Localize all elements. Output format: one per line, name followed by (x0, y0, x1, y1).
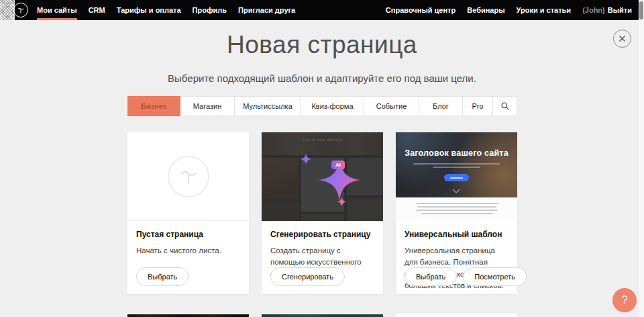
close-button[interactable] (613, 30, 631, 48)
user-name: (John) (582, 6, 605, 14)
corner-texture (0, 0, 15, 20)
template-thumbnail (396, 314, 517, 317)
nav-my-sites[interactable]: Мои сайты (37, 0, 77, 20)
nav-lessons[interactable]: Уроки и статьи (517, 0, 572, 20)
nav-tariffs[interactable]: Тарифы и оплата (117, 0, 181, 20)
text-placeholder-line (433, 167, 480, 168)
small-sparkle-icon (300, 153, 312, 165)
template-card-partial[interactable] (262, 314, 383, 317)
card-actions: Сгенерировать (270, 267, 345, 286)
top-header: Мои сайты CRM Тарифы и оплата Профиль Пр… (0, 0, 644, 20)
card-title: Сгенерировать страницу (270, 230, 374, 239)
template-cta-button (444, 174, 469, 181)
template-text-block (396, 197, 517, 221)
ai-badge: AI (331, 161, 345, 169)
tab-business[interactable]: Бизнес (127, 96, 180, 116)
text-placeholder-line (413, 163, 500, 165)
logout-link[interactable]: Выйти (608, 6, 632, 14)
template-card-ai[interactable]: Title of Your Website AI Сгенерировать с… (262, 132, 383, 294)
template-hero-heading: Заголовок вашего сайта (396, 148, 517, 158)
user-block: (John) Выйти (582, 0, 632, 20)
nav-invite-friend[interactable]: Пригласи друга (238, 0, 295, 20)
card-title: Универсальный шаблон (405, 230, 508, 239)
template-card-partial[interactable] (396, 314, 517, 317)
template-hero: Заголовок вашего сайта (396, 132, 517, 197)
template-card-partial[interactable] (127, 314, 249, 317)
choose-universal-button[interactable]: Выбрать (405, 267, 457, 286)
card-actions: Выбрать (136, 267, 189, 286)
tab-event[interactable]: Событие (364, 96, 419, 116)
small-sparkle-icon (337, 197, 347, 207)
card-title: Пустая страница (136, 230, 240, 239)
preview-universal-button[interactable]: Посмотреть (463, 267, 527, 286)
page-scrollbar[interactable] (639, 0, 644, 317)
tab-multilink[interactable]: Мультиссылка (235, 96, 301, 116)
scrollbar-thumb[interactable] (639, 1, 643, 19)
search-icon (500, 101, 510, 111)
help-button[interactable]: ? (612, 288, 637, 312)
template-card-blank[interactable]: Пустая страница Начать с чистого листа. … (127, 132, 249, 294)
main-nav: Мои сайты CRM Тарифы и оплата Профиль Пр… (37, 0, 295, 20)
template-category-tabs: Бизнес Магазин Мультиссылка Квиз-форма С… (127, 96, 517, 116)
tab-pro[interactable]: Pro (463, 96, 493, 116)
template-thumbnail (127, 314, 249, 317)
page-title: Новая страница (0, 31, 644, 59)
blank-preview (127, 132, 249, 221)
text-placeholder-line (416, 210, 497, 211)
close-icon (619, 35, 626, 42)
text-placeholder-line (421, 213, 493, 214)
nav-help-center[interactable]: Справочный центр (386, 0, 455, 20)
tab-shop[interactable]: Магазин (180, 96, 235, 116)
tilda-logo-watermark-icon (168, 156, 209, 197)
ai-preview: Title of Your Website AI (262, 132, 383, 221)
secondary-nav: Справочный центр Вебинары Уроки и статьи… (386, 0, 632, 20)
nav-profile[interactable]: Профиль (193, 0, 227, 20)
nav-crm[interactable]: CRM (89, 0, 105, 20)
tab-quiz-form[interactable]: Квиз-форма (301, 96, 364, 116)
universal-preview: Заголовок вашего сайта (396, 132, 517, 221)
tilda-logo-icon[interactable] (13, 3, 28, 17)
nav-webinars[interactable]: Вебинары (467, 0, 504, 20)
page-subtitle: Выберите подходящий шаблон и адаптируйте… (0, 73, 644, 84)
card-description: Начать с чистого листа. (136, 245, 240, 257)
template-card-universal[interactable]: Заголовок вашего сайта Универсальный шаб… (396, 132, 517, 294)
tab-blog[interactable]: Блог (419, 96, 463, 116)
chevron-down-icon (452, 189, 460, 193)
card-actions: Выбрать Посмотреть (405, 267, 527, 286)
generate-button[interactable]: Сгенерировать (270, 267, 345, 286)
text-placeholder-line (417, 206, 496, 208)
template-thumbnail (262, 314, 383, 317)
question-icon: ? (621, 293, 627, 307)
tab-search[interactable] (493, 96, 517, 116)
text-placeholder-line (416, 203, 498, 204)
choose-blank-button[interactable]: Выбрать (136, 267, 189, 286)
